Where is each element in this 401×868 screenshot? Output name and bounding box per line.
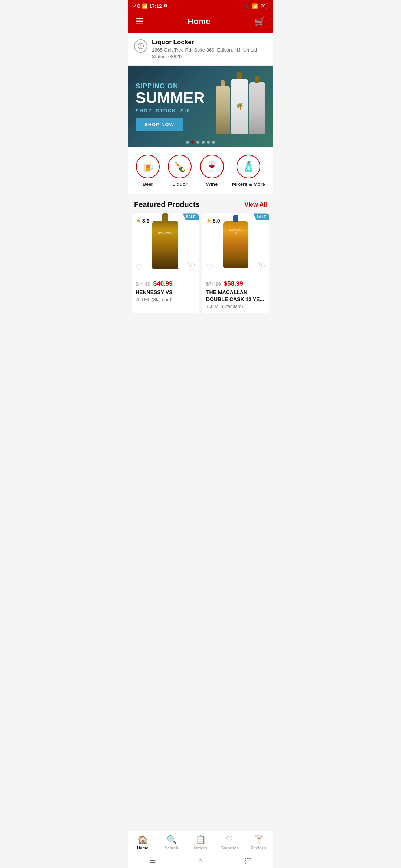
svg-point-4 [193, 269, 194, 270]
store-name: Liquor Locker [152, 39, 267, 46]
hennessy-name: HENNESSY VS [136, 289, 195, 296]
macallan-info: $74.99 $58.99 THE MACALLAN DOUBLE CASK 1… [202, 276, 269, 313]
hennessy-add-cart-button[interactable] [187, 262, 195, 272]
category-list: 🍺 Beer 🍾 Liquor 🍷 Wine 🧴 Mixers & More [128, 147, 273, 194]
product-card-hennessy: SALE ★ 3.9 HENNESSY ♡ $44.99 $40.99 [132, 213, 199, 313]
wifi-icon: 📶 [252, 3, 258, 9]
category-beer[interactable]: 🍺 Beer [136, 155, 160, 187]
star-icon-2: ★ [206, 217, 211, 224]
macallan-prices: $74.99 $58.99 [206, 280, 265, 287]
macallan-rating-value: 5.0 [213, 218, 220, 224]
banner-dot-1[interactable] [191, 141, 194, 144]
category-mixers[interactable]: 🧴 Mixers & More [232, 155, 265, 187]
hennessy-size: 750 ML (Standard) [136, 297, 195, 302]
macallan-sale-price: $58.99 [224, 280, 243, 287]
signal-bars: 📶 [142, 3, 148, 9]
macallan-rating: ★ 5.0 [206, 217, 220, 224]
macallan-size: 750 ML (Standard) [206, 304, 265, 309]
cart-button[interactable]: 🛒 [254, 16, 265, 27]
battery-indicator: 36 [260, 3, 267, 9]
page-title: Home [188, 17, 210, 26]
svg-point-7 [260, 269, 261, 270]
menu-button[interactable]: ☰ [136, 16, 144, 27]
wine-icon-circle: 🍷 [200, 155, 224, 178]
shop-now-button[interactable]: SHOP NOW [136, 118, 183, 131]
banner-dot-3[interactable] [202, 141, 205, 144]
banner-dot-2[interactable] [196, 141, 199, 144]
category-wine[interactable]: 🍷 Wine [200, 155, 224, 187]
svg-point-8 [264, 269, 264, 270]
store-info-icon [134, 39, 147, 53]
macallan-add-cart-button[interactable] [257, 262, 265, 272]
hennessy-wishlist-button[interactable]: ♡ [136, 263, 143, 272]
mixers-label: Mixers & More [232, 181, 265, 187]
hennessy-bottle-img: HENNESSY [152, 221, 178, 269]
status-right: 📞 📶 36 [245, 3, 267, 9]
product-card-macallan: SALE ★ 5.0 MACALLAN12 ♡ $74.99 $58.99 [202, 213, 269, 313]
hennessy-info: $44.99 $40.99 HENNESSY VS 750 ML (Standa… [132, 276, 199, 306]
malibu-bottle: 🌴 [231, 79, 248, 134]
hennessy-rating-value: 3.9 [142, 218, 149, 224]
store-details: Liquor Locker 1665 Oak Tree Rd, Suite 36… [152, 39, 267, 60]
hennessy-original-price: $44.99 [136, 281, 150, 287]
app-header: ☰ Home 🛒 [128, 12, 273, 33]
view-all-button[interactable]: View All [245, 201, 267, 208]
status-bar: 4G 📶 17:12 ✉ 📞 📶 36 [128, 0, 273, 12]
liquor-label: Liquor [172, 181, 187, 187]
message-icon: ✉ [163, 3, 167, 9]
store-address: 1665 Oak Tree Rd, Suite 360, Edison, NJ,… [152, 47, 267, 60]
macallan-original-price: $74.99 [206, 281, 221, 287]
mixers-icon-circle: 🧴 [237, 155, 260, 178]
macallan-image-area: ★ 5.0 MACALLAN12 ♡ [202, 213, 269, 276]
avion-bottle [249, 82, 265, 134]
banner-line2: SUMMER [136, 90, 216, 106]
wine-label: Wine [206, 181, 218, 187]
product-grid: SALE ★ 3.9 HENNESSY ♡ $44.99 $40.99 [128, 213, 273, 317]
featured-header: Featured Products View All [128, 194, 273, 213]
liquor-icon-circle: 🍾 [168, 155, 192, 178]
banner-text: SIPPING ON SUMMER SHOP. STOCK. SIP SHOP … [136, 82, 216, 131]
category-liquor[interactable]: 🍾 Liquor [168, 155, 192, 187]
beer-icon-circle: 🍺 [136, 155, 160, 178]
time-display: 17:12 [149, 3, 162, 9]
banner-dot-5[interactable] [212, 141, 215, 144]
featured-title: Featured Products [134, 200, 200, 209]
banner-pagination [186, 141, 215, 144]
banner-tagline: SHOP. STOCK. SIP [136, 108, 216, 114]
star-icon: ★ [136, 217, 141, 224]
svg-point-3 [189, 269, 190, 270]
macallan-bottle-img: MACALLAN12 [223, 221, 248, 268]
macallan-name: THE MACALLAN DOUBLE CASK 12 YE... [206, 289, 265, 302]
promotional-banner: SIPPING ON SUMMER SHOP. STOCK. SIP SHOP … [128, 66, 273, 147]
macallan-wishlist-button[interactable]: ♡ [206, 263, 213, 272]
altos-bottle [216, 86, 230, 134]
hennessy-prices: $44.99 $40.99 [136, 280, 195, 287]
hennessy-sale-price: $40.99 [153, 280, 173, 287]
network-indicator: 4G [134, 3, 140, 9]
store-info-bar: Liquor Locker 1665 Oak Tree Rd, Suite 36… [128, 33, 273, 66]
banner-dot-4[interactable] [207, 141, 210, 144]
svg-point-2 [140, 47, 141, 47]
banner-bottles: 🌴 [216, 79, 265, 134]
wifi-calling-icon: 📞 [245, 3, 251, 9]
beer-label: Beer [143, 181, 153, 187]
hennessy-image-area: ★ 3.9 HENNESSY ♡ [132, 213, 199, 276]
banner-dot-0[interactable] [186, 141, 189, 144]
hennessy-rating: ★ 3.9 [136, 217, 149, 224]
status-left: 4G 📶 17:12 ✉ [134, 3, 167, 9]
